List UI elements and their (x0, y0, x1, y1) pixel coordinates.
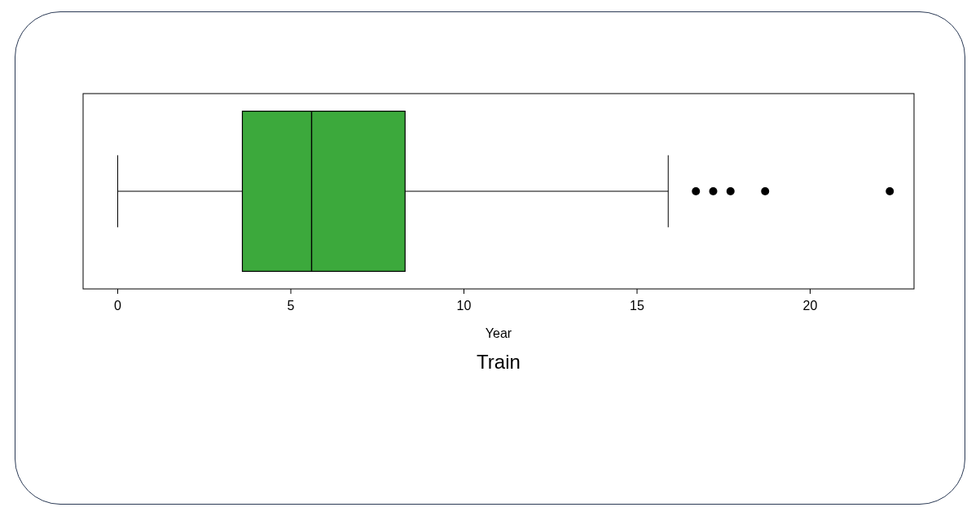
chart-frame: 05101520YearTrain (15, 11, 965, 505)
x-tick-label: 20 (802, 299, 817, 313)
outlier-point (692, 187, 700, 195)
outlier-point (726, 187, 734, 195)
chart-title: Train (477, 351, 521, 373)
x-tick-label: 0 (114, 299, 121, 313)
x-tick-label: 10 (456, 299, 471, 313)
x-tick-label: 5 (287, 299, 294, 313)
outlier-point (761, 187, 769, 195)
x-axis-label: Year (485, 326, 512, 340)
outlier-point (709, 187, 717, 195)
boxplot-chart: 05101520YearTrain (51, 45, 930, 435)
outlier-point (886, 187, 894, 195)
box (242, 112, 405, 272)
x-tick-label: 15 (630, 299, 644, 313)
